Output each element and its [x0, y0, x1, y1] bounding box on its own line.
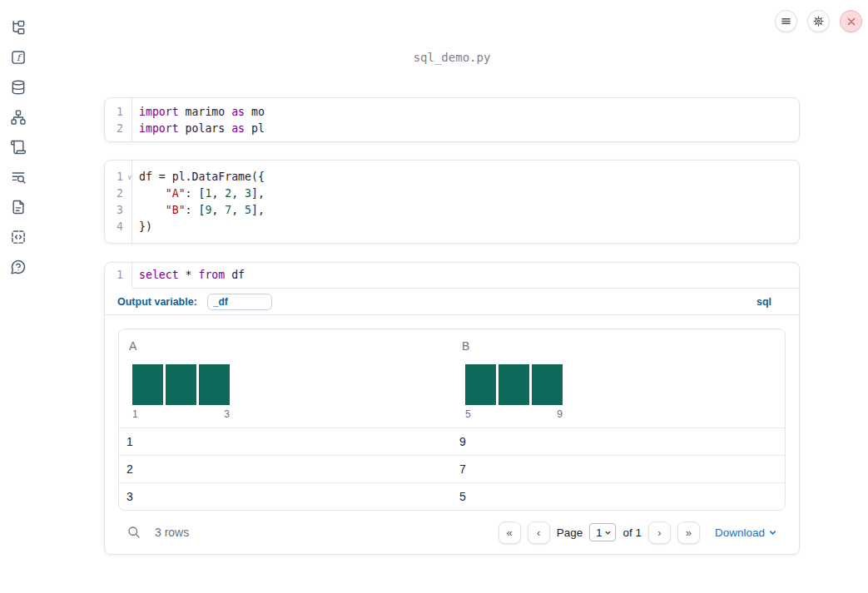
- download-label: Download: [715, 526, 765, 539]
- histogram-bar: [199, 364, 230, 405]
- file-tree-icon[interactable]: [10, 19, 27, 36]
- chevron-down-icon: [768, 528, 777, 537]
- notebook-filename[interactable]: sql_demo.py: [104, 51, 800, 64]
- line-number: 1∨: [105, 169, 131, 185]
- column-histogram: 1 3: [132, 364, 230, 421]
- table-body: 192735: [119, 427, 785, 510]
- help-bubble-icon[interactable]: [10, 259, 27, 275]
- axis-min-label: 1: [132, 408, 138, 421]
- line-number-gutter: 1∨234: [105, 161, 132, 244]
- code-content[interactable]: df = pl.DataFrame({ "A": [1, 2, 3], "B":…: [132, 161, 271, 244]
- output-variable-bar: Output variable: sql: [105, 289, 799, 314]
- sql-cell: 1 select * from df Output variable: sql …: [104, 262, 800, 555]
- code-line: import marimo as mo: [139, 104, 265, 121]
- database-icon[interactable]: [10, 79, 27, 96]
- code-line: }): [139, 219, 265, 235]
- page-select-value: 1: [596, 526, 602, 539]
- settings-button[interactable]: [807, 10, 830, 32]
- dataframe-table: A 1 3 B 5 9: [118, 329, 786, 511]
- dependency-graph-icon[interactable]: [10, 109, 27, 126]
- line-number-gutter: 12: [105, 98, 132, 142]
- code-line: "B": [9, 7, 5],: [139, 202, 265, 219]
- table-cell: 2: [119, 462, 452, 476]
- line-number-gutter: 1: [105, 263, 132, 288]
- axis-min-label: 5: [465, 408, 471, 421]
- hamburger-icon: [781, 16, 791, 27]
- table-cell: 1: [119, 435, 452, 448]
- pagination: « ‹ Page 1 of 1 › » Download: [498, 521, 777, 544]
- histogram-bar: [465, 364, 496, 405]
- code-cell-dataframe: 1∨234 df = pl.DataFrame({ "A": [1, 2, 3]…: [104, 160, 800, 244]
- table-cell: 7: [452, 462, 785, 476]
- list-search-icon[interactable]: [10, 169, 27, 185]
- language-badge: sql: [756, 296, 771, 308]
- code-snippet-icon[interactable]: [10, 229, 27, 245]
- code-cell-imports: 12 import marimo as moimport polars as p…: [104, 97, 800, 142]
- table-row: 27: [119, 455, 785, 482]
- function-square-icon[interactable]: f: [10, 49, 27, 66]
- table-cell: 9: [452, 435, 785, 448]
- prev-page-button[interactable]: ‹: [528, 521, 550, 544]
- next-page-button[interactable]: ›: [648, 521, 671, 544]
- page-label: Page: [557, 526, 583, 539]
- document-icon[interactable]: [10, 199, 27, 215]
- code-content[interactable]: import marimo as moimport polars as pl: [132, 98, 271, 142]
- menu-button[interactable]: [775, 10, 797, 32]
- column-header-a[interactable]: A 1 3: [119, 329, 452, 427]
- fold-chevron-icon[interactable]: ∨: [127, 170, 131, 186]
- code-content[interactable]: select * from df: [132, 263, 251, 288]
- column-name: A: [129, 339, 442, 353]
- row-count: 3 rows: [155, 526, 189, 539]
- chevron-down-icon: [604, 529, 612, 536]
- search-icon[interactable]: [126, 525, 141, 540]
- output-variable-label: Output variable:: [117, 296, 197, 308]
- line-number: 1: [105, 267, 131, 284]
- line-number: 2: [105, 121, 131, 137]
- gear-icon: [812, 15, 825, 27]
- histogram-bar: [166, 364, 196, 405]
- code-line: df = pl.DataFrame({: [139, 169, 265, 185]
- sql-editor[interactable]: 1 select * from df: [105, 263, 799, 288]
- line-number: 1: [105, 104, 131, 121]
- page-of-label: of 1: [622, 526, 642, 539]
- code-editor[interactable]: 12 import marimo as moimport polars as p…: [105, 98, 799, 142]
- download-button[interactable]: Download: [715, 526, 777, 539]
- last-page-button[interactable]: »: [677, 521, 700, 544]
- axis-max-label: 9: [557, 408, 563, 421]
- page-select[interactable]: 1: [589, 523, 616, 541]
- histogram-bar: [132, 364, 163, 405]
- axis-max-label: 3: [224, 408, 230, 421]
- code-line: select * from df: [139, 267, 245, 284]
- panel-sidebar: f: [0, 0, 37, 593]
- column-header-b[interactable]: B 5 9: [452, 329, 785, 427]
- histogram-bar: [532, 364, 563, 405]
- window-controls: [775, 10, 862, 32]
- code-line: import polars as pl: [139, 121, 265, 137]
- table-cell: 5: [452, 490, 785, 503]
- scroll-icon[interactable]: [10, 139, 27, 156]
- line-number: 3: [105, 202, 131, 219]
- table-footer: 3 rows « ‹ Page 1 of 1 › » Download: [118, 511, 786, 554]
- code-editor[interactable]: 1∨234 df = pl.DataFrame({ "A": [1, 2, 3]…: [105, 161, 799, 244]
- first-page-button[interactable]: «: [498, 521, 521, 544]
- table-row: 19: [119, 427, 785, 455]
- close-icon: [846, 17, 856, 27]
- shutdown-button[interactable]: [840, 10, 862, 32]
- table-cell: 3: [119, 490, 452, 503]
- svg-text:f: f: [17, 52, 22, 63]
- line-number: 2: [105, 185, 131, 202]
- cell-output: A 1 3 B 5 9: [105, 315, 799, 555]
- column-histogram: 5 9: [465, 364, 563, 421]
- table-header: A 1 3 B 5 9: [119, 329, 785, 427]
- code-line: "A": [1, 2, 3],: [139, 185, 265, 202]
- column-name: B: [462, 339, 775, 353]
- line-number: 4: [105, 219, 131, 235]
- table-row: 35: [119, 482, 785, 510]
- output-variable-input[interactable]: [207, 294, 272, 310]
- histogram-bar: [498, 364, 529, 405]
